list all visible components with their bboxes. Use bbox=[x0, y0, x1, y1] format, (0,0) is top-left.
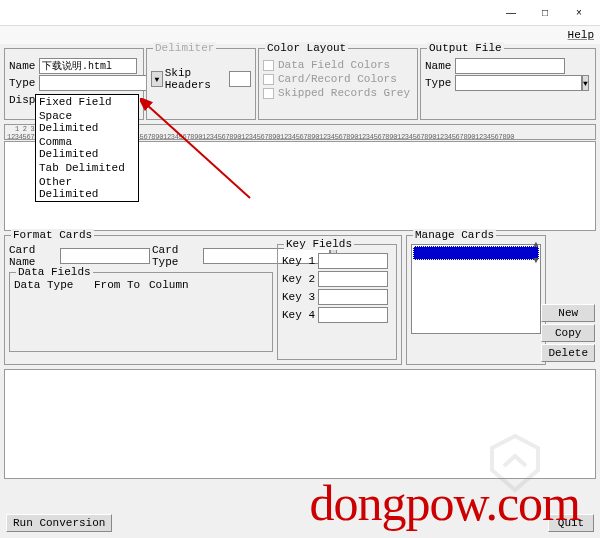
output-type-label: Type bbox=[425, 77, 455, 89]
menu-help[interactable]: Help bbox=[568, 29, 594, 41]
output-type-input[interactable] bbox=[455, 75, 582, 91]
output-file-group: Output File Name Type ▼ bbox=[420, 48, 596, 120]
output-preview-area[interactable] bbox=[4, 369, 596, 479]
card-name-input[interactable] bbox=[60, 248, 150, 264]
maximize-button[interactable]: □ bbox=[528, 3, 562, 23]
dropdown-item[interactable]: Space Delimited bbox=[36, 109, 138, 135]
key-fields-group: Key Fields Key 1 Key 2 Key 3 Key 4 bbox=[277, 244, 397, 360]
key1-label: Key 1 bbox=[282, 255, 315, 267]
key4-input[interactable] bbox=[318, 307, 388, 323]
data-fields-group: Data Fields Data Type From To Column bbox=[9, 272, 273, 352]
dropdown-item[interactable]: Fixed Field bbox=[36, 95, 138, 109]
color-layout-group: Color Layout Data Field Colors Card/Reco… bbox=[258, 48, 418, 120]
delimiter-legend: Delimiter bbox=[153, 42, 216, 54]
new-button[interactable]: New bbox=[541, 304, 595, 322]
key3-input[interactable] bbox=[318, 289, 388, 305]
name-input[interactable] bbox=[39, 58, 137, 74]
key2-label: Key 2 bbox=[282, 273, 315, 285]
skip-headers-label: Skip Headers bbox=[165, 67, 229, 91]
disp-dropdown-list[interactable]: Fixed Field Space Delimited Comma Delimi… bbox=[35, 94, 139, 202]
color-layout-legend: Color Layout bbox=[265, 42, 348, 54]
dropdown-item[interactable]: Comma Delimited bbox=[36, 135, 138, 161]
card-type-label: Card Type bbox=[152, 244, 201, 268]
close-button[interactable]: × bbox=[562, 3, 596, 23]
key1-input[interactable] bbox=[318, 253, 388, 269]
manage-cards-legend: Manage Cards bbox=[413, 229, 496, 241]
format-cards-legend: Format Cards bbox=[11, 229, 94, 241]
dropdown-item[interactable]: Other Delimited bbox=[36, 175, 138, 201]
df-col-fromto: From To bbox=[94, 279, 149, 291]
card-record-colors-check[interactable]: Card/Record Colors bbox=[263, 73, 413, 85]
df-col-datatype: Data Type bbox=[14, 279, 94, 291]
delete-button[interactable]: Delete bbox=[541, 344, 595, 362]
output-file-legend: Output File bbox=[427, 42, 504, 54]
run-conversion-button[interactable]: Run Conversion bbox=[6, 514, 112, 532]
scroll-up-icon[interactable]: ▲ bbox=[529, 238, 543, 252]
selected-card-row[interactable] bbox=[413, 246, 539, 260]
type-label: Type bbox=[9, 77, 39, 89]
copy-button[interactable]: Copy bbox=[541, 324, 595, 342]
card-name-label: Card Name bbox=[9, 244, 58, 268]
data-field-colors-check[interactable]: Data Field Colors bbox=[263, 59, 413, 71]
delimiter-group: Delimiter ▼ Skip Headers bbox=[146, 48, 256, 120]
scroll-down-icon[interactable]: ▼ bbox=[529, 254, 543, 268]
minimize-button[interactable]: — bbox=[494, 3, 528, 23]
key4-label: Key 4 bbox=[282, 309, 315, 321]
delim-dropdown-button[interactable]: ▼ bbox=[151, 71, 163, 87]
manage-cards-group: Manage Cards ▲ ▼ New Copy Delete bbox=[406, 235, 546, 365]
df-col-column: Column bbox=[149, 279, 199, 291]
name-label: Name bbox=[9, 60, 39, 72]
quit-button[interactable]: Quit bbox=[548, 514, 594, 532]
manage-cards-list[interactable] bbox=[411, 244, 541, 334]
skip-headers-input[interactable] bbox=[229, 71, 251, 87]
format-cards-group: Format Cards Card Name Card Type ▼ Data … bbox=[4, 235, 402, 365]
key3-label: Key 3 bbox=[282, 291, 315, 303]
skipped-records-grey-check[interactable]: Skipped Records Grey bbox=[263, 87, 413, 99]
output-name-input[interactable] bbox=[455, 58, 565, 74]
output-name-label: Name bbox=[425, 60, 455, 72]
key2-input[interactable] bbox=[318, 271, 388, 287]
dropdown-item[interactable]: Tab Delimited bbox=[36, 161, 138, 175]
output-type-dropdown-button[interactable]: ▼ bbox=[582, 75, 589, 91]
window-titlebar: — □ × bbox=[0, 0, 600, 26]
